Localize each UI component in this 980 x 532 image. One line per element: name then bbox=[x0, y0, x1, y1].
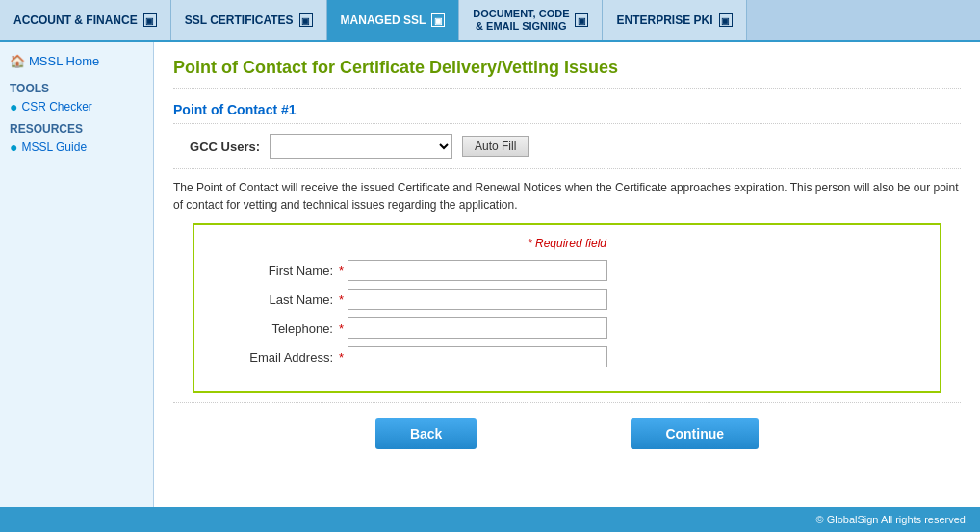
tab-document-code[interactable]: DOCUMENT, CODE& EMAIL SIGNING ▣ bbox=[459, 0, 603, 40]
gcc-users-label: GCC Users: bbox=[173, 139, 260, 154]
tab-account-finance-label: ACCOUNT & FINANCE bbox=[13, 13, 138, 27]
top-nav: ACCOUNT & FINANCE ▣ SSL CERTIFICATES ▣ M… bbox=[0, 0, 980, 42]
first-name-required: * bbox=[339, 264, 344, 278]
sidebar-csr-checker-label: CSR Checker bbox=[21, 100, 91, 114]
email-row: Email Address: * bbox=[214, 346, 920, 367]
tab-document-code-label: DOCUMENT, CODE& EMAIL SIGNING bbox=[473, 8, 569, 33]
telephone-label: Telephone: bbox=[214, 321, 339, 336]
last-name-label: Last Name: bbox=[214, 292, 339, 307]
last-name-input[interactable] bbox=[348, 289, 607, 310]
tab-managed-ssl[interactable]: MANAGED SSL ▣ bbox=[327, 0, 460, 40]
telephone-required: * bbox=[339, 321, 344, 336]
bullet-icon-2: ● bbox=[10, 139, 17, 155]
last-name-required: * bbox=[339, 292, 344, 307]
back-button[interactable]: Back bbox=[375, 418, 477, 449]
tab-enterprise-pki[interactable]: ENTERPRISE PKI ▣ bbox=[603, 0, 746, 40]
footer: © GlobalSign All rights reserved. bbox=[0, 507, 980, 532]
sidebar-tools-label: TOOLS bbox=[10, 82, 143, 95]
first-name-input[interactable] bbox=[348, 260, 607, 281]
sidebar-mssl-guide[interactable]: ● MSSL Guide bbox=[10, 139, 143, 155]
telephone-input[interactable] bbox=[348, 317, 607, 339]
first-name-label: First Name: bbox=[214, 264, 339, 278]
tab-account-finance[interactable]: ACCOUNT & FINANCE ▣ bbox=[0, 0, 171, 40]
main-layout: 🏠 MSSL Home TOOLS ● CSR Checker RESOURCE… bbox=[0, 42, 980, 507]
description-text: The Point of Contact will receive the is… bbox=[173, 179, 961, 214]
required-field-label: * Required field bbox=[214, 237, 920, 250]
gcc-users-row: GCC Users: Auto Fill bbox=[173, 134, 961, 169]
telephone-row: Telephone: * bbox=[214, 317, 920, 339]
content-area: Point of Contact for Certificate Deliver… bbox=[154, 42, 980, 507]
last-name-row: Last Name: * bbox=[214, 289, 920, 310]
section-title: Point of Contact #1 bbox=[173, 102, 961, 124]
buttons-area: Back Continue bbox=[173, 402, 961, 465]
sidebar-home-label: MSSL Home bbox=[29, 54, 99, 68]
tab-account-finance-icon: ▣ bbox=[143, 13, 157, 27]
sidebar-home-link[interactable]: 🏠 MSSL Home bbox=[10, 54, 143, 68]
sidebar-mssl-guide-label: MSSL Guide bbox=[21, 140, 87, 154]
required-star: * bbox=[528, 237, 532, 250]
footer-text: © GlobalSign All rights reserved. bbox=[815, 514, 968, 525]
email-required: * bbox=[339, 350, 344, 365]
continue-button[interactable]: Continue bbox=[631, 418, 759, 449]
first-name-row: First Name: * bbox=[214, 260, 920, 281]
bullet-icon: ● bbox=[10, 99, 17, 114]
tab-ssl-certificates-label: SSL CERTIFICATES bbox=[185, 13, 294, 27]
home-icon: 🏠 bbox=[10, 54, 25, 68]
tab-enterprise-pki-icon: ▣ bbox=[719, 13, 733, 27]
tab-managed-ssl-label: MANAGED SSL bbox=[341, 13, 426, 27]
email-input[interactable] bbox=[348, 346, 607, 367]
tab-managed-ssl-icon: ▣ bbox=[431, 13, 445, 27]
sidebar: 🏠 MSSL Home TOOLS ● CSR Checker RESOURCE… bbox=[0, 42, 154, 507]
tab-ssl-certificates-icon: ▣ bbox=[299, 13, 313, 27]
required-box: * Required field First Name: * Last Name… bbox=[193, 223, 941, 393]
sidebar-resources-label: RESOURCES bbox=[10, 122, 143, 136]
gcc-users-select[interactable] bbox=[270, 134, 452, 159]
sidebar-csr-checker[interactable]: ● CSR Checker bbox=[10, 99, 143, 114]
email-label: Email Address: bbox=[214, 350, 339, 365]
page-title: Point of Contact for Certificate Deliver… bbox=[173, 58, 961, 89]
tab-ssl-certificates[interactable]: SSL CERTIFICATES ▣ bbox=[171, 0, 327, 40]
required-field-text: Required field bbox=[535, 237, 606, 250]
auto-fill-button[interactable]: Auto Fill bbox=[462, 136, 529, 157]
tab-document-code-icon: ▣ bbox=[575, 13, 588, 27]
tab-enterprise-pki-label: ENTERPRISE PKI bbox=[616, 13, 712, 27]
